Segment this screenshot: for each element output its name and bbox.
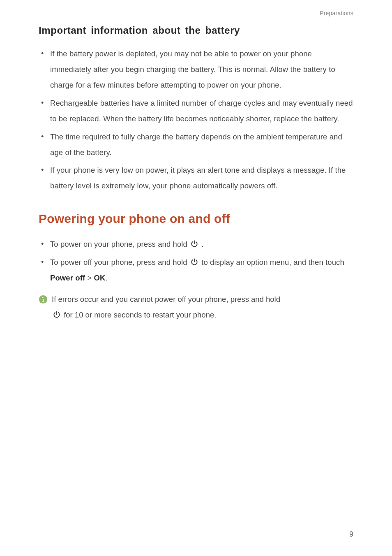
text: If errors occur and you cannot power off… xyxy=(52,295,280,303)
power-steps-list: To power on your phone, press and hold .… xyxy=(39,236,353,286)
section-header: Preparations xyxy=(39,10,353,16)
info-note: If errors occur and you cannot power off… xyxy=(39,292,353,323)
bold-text: Power off xyxy=(50,273,85,282)
text: > xyxy=(85,273,94,282)
info-icon xyxy=(39,295,48,304)
subheading: Important information about the battery xyxy=(39,25,353,36)
list-item: Rechargeable batteries have a limited nu… xyxy=(39,95,353,127)
power-icon xyxy=(190,240,198,248)
power-icon xyxy=(53,310,61,319)
text: To power on your phone, press and hold xyxy=(50,240,189,248)
list-item: The time required to fully charge the ba… xyxy=(39,129,353,160)
page-number: 9 xyxy=(349,530,353,539)
main-heading: Powering your phone on and off xyxy=(39,212,353,226)
text: for 10 or more seconds to restart your p… xyxy=(62,310,216,319)
text: to display an option menu, and then touc… xyxy=(199,258,344,266)
text: To power off your phone, press and hold xyxy=(50,258,189,266)
list-item: To power off your phone, press and hold … xyxy=(39,255,353,286)
text: . xyxy=(199,240,203,248)
list-item: To power on your phone, press and hold . xyxy=(39,236,353,252)
battery-info-list: If the battery power is depleted, you ma… xyxy=(39,46,353,194)
bold-text: OK xyxy=(94,273,106,282)
power-icon xyxy=(190,258,198,266)
text: . xyxy=(106,273,108,282)
svg-point-1 xyxy=(42,297,44,298)
list-item: If your phone is very low on power, it p… xyxy=(39,162,353,194)
list-item: If the battery power is depleted, you ma… xyxy=(39,46,353,93)
